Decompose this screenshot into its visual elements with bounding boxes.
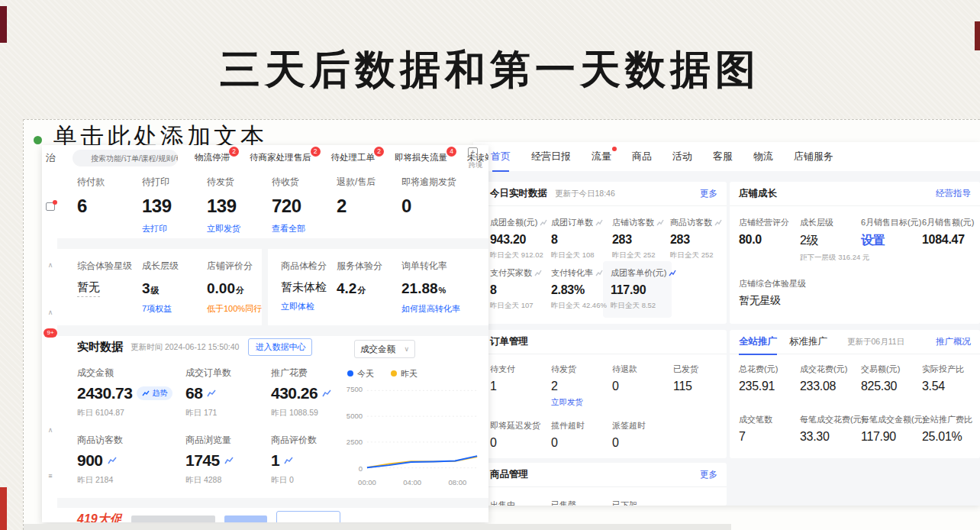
metric-label-text: 成团客单价(元) <box>611 267 666 279</box>
tab-service[interactable]: 客服 <box>713 150 733 163</box>
sidebar-rail-icon[interactable] <box>42 200 59 214</box>
set-target-link[interactable]: 设置 <box>861 233 930 249</box>
stat-label: 待收货 <box>272 176 337 189</box>
trend-chart-icon[interactable] <box>714 219 722 226</box>
metric-label-text: 商品访客数 <box>670 217 712 228</box>
stat-number: 0.00 <box>207 280 235 296</box>
tab-traffic[interactable]: 流量 <box>592 150 611 163</box>
trend-badge-label: 趋势 <box>152 388 167 399</box>
metric-sub: 昨日 2184 <box>77 475 180 486</box>
cross-border-label[interactable]: 跨境 <box>469 160 482 170</box>
stat-refund: 退款/售后 2 <box>337 176 401 234</box>
trend-chart-icon[interactable] <box>540 219 547 226</box>
metric-label: 支付转化率 <box>551 267 612 279</box>
trend-chart-icon[interactable] <box>534 270 542 276</box>
promo-button-clipped[interactable] <box>276 511 340 522</box>
tab-daily-report[interactable]: 经营日报 <box>531 150 571 163</box>
trend-chart-icon[interactable] <box>224 457 234 464</box>
trend-chart-icon-active[interactable] <box>669 270 676 276</box>
metric-label: 交易额(元) <box>861 364 922 375</box>
go-print-link[interactable]: 去打印 <box>142 223 207 234</box>
metric-value: 430.26 <box>271 384 318 402</box>
metric-label-text: 支付买家数 <box>490 267 532 279</box>
plus-icon[interactable]: + <box>468 147 478 157</box>
metric-value: 283 <box>670 233 731 247</box>
metric-group-total-cost: 总花费(元) 235.91 <box>739 364 800 393</box>
rights-link[interactable]: 7项权益 <box>142 303 207 315</box>
rail-notification-dot <box>53 200 57 205</box>
metric-group-shipped: 已发货 115 <box>673 364 734 393</box>
metric-sub: 昨日 6104.87 <box>77 408 180 419</box>
tab-logistics[interactable]: 物流 <box>753 150 773 163</box>
metric-label: 出售中 <box>490 499 551 506</box>
trend-chart-icon[interactable] <box>207 389 216 397</box>
metric-label: 商品访客数 <box>77 434 180 447</box>
metric-value: 68 <box>185 384 202 402</box>
tab-sitewide-promotion[interactable]: 全站推广 <box>739 335 777 348</box>
tab-standard-promotion[interactable]: 标准推广 <box>789 335 827 348</box>
metric-label-text: 店铺访客数 <box>612 217 654 228</box>
metric-group-to-refund: 待退款 0 <box>612 364 673 393</box>
tab-shop-service[interactable]: 店铺服务 <box>794 150 833 163</box>
promo-link-clipped[interactable] <box>224 515 267 522</box>
goods-more-link[interactable]: 更多 <box>700 469 717 480</box>
metric-value: 33.30 <box>800 430 861 444</box>
quicklink-tickets[interactable]: 待处理工单2 <box>331 152 376 163</box>
today-more-link[interactable]: 更多 <box>700 188 717 199</box>
chart-metric-select[interactable]: 成交金额 ∨ <box>354 340 415 358</box>
business-guide-link[interactable]: 经营指导 <box>936 188 971 199</box>
metric-label: 店铺访客数 <box>612 217 673 228</box>
check-now-link[interactable]: 立即体检 <box>281 301 337 312</box>
view-all-link[interactable]: 查看全部 <box>272 223 337 234</box>
metric-label: 总花费(元) <box>739 364 800 375</box>
metric-label-text: 成团金额(元) <box>490 217 537 228</box>
trend-chart-icon[interactable] <box>656 219 664 226</box>
legend-dot-yesterday <box>391 370 397 376</box>
metric-label: 全站推广费比 <box>922 414 980 425</box>
metric-value: 1 <box>490 380 551 393</box>
stat-label: 待发货 <box>207 176 272 189</box>
tab-home[interactable]: 首页 <box>491 150 511 163</box>
tab-activity[interactable]: 活动 <box>672 150 692 163</box>
quicklink-traffic-loss[interactable]: 即将损失流量4 <box>395 152 447 163</box>
quicklink-logistics-stalled[interactable]: 物流停滞2 <box>195 152 230 163</box>
promotion-overview-link[interactable]: 推广概况 <box>936 336 971 347</box>
stat-label: 待付款 <box>77 176 142 189</box>
stat-value: 720 <box>272 196 337 217</box>
metric-label: 6月销售目标(元) <box>861 217 930 228</box>
trend-chart-icon[interactable] <box>595 219 603 226</box>
stat-goods-check: 商品体检分 暂未体检 立即体检 <box>272 260 337 315</box>
collapse-chevron-icon[interactable]: ∧ <box>42 261 59 269</box>
trend-chart-icon[interactable] <box>108 457 117 464</box>
trend-badge[interactable]: 趋势 <box>137 386 172 400</box>
collapse-chevron-icon[interactable]: ∧ <box>42 309 59 316</box>
quicklink-label: 待商家处理售后 <box>250 153 311 162</box>
badge-count: 4 <box>446 147 456 157</box>
quicklink-aftersales[interactable]: 待商家处理售后2 <box>250 152 311 163</box>
y-axis-tick: 7500 <box>341 385 363 393</box>
metric-value: 1745 <box>185 451 220 470</box>
improve-conversion-link[interactable]: 如何提高转化率 <box>401 303 474 315</box>
collapse-chevron-icon[interactable]: ∧ <box>42 426 59 434</box>
metric-sub: 昨日全天 252 <box>670 250 731 260</box>
rail-mini-icon[interactable]: ≡ <box>42 472 59 480</box>
ship-now-link[interactable]: 立即发货 <box>207 223 272 234</box>
search-input[interactable] <box>73 150 178 166</box>
metric-sub: 昨日全天 107 <box>490 301 551 311</box>
badge-count: 2 <box>311 147 321 157</box>
ship-now-link[interactable]: 立即发货 <box>551 397 612 408</box>
shop-quality-row: 综合体验星级 暂无 成长层级 3级 7项权益 店铺评价分 0.00分 低于100… <box>77 260 474 315</box>
metric-value: 233.08 <box>800 380 861 393</box>
trend-chart-icon[interactable] <box>284 457 293 464</box>
metric-value: 0 <box>612 380 673 393</box>
trend-chart-icon[interactable] <box>595 270 603 276</box>
legend-today[interactable]: 今天 <box>347 368 374 380</box>
data-center-button[interactable]: 进入数据中心 <box>248 338 312 356</box>
quicklink-label: 待处理工单 <box>331 153 376 162</box>
realtime-header: 实时数据 更新时间 2024-06-12 15:50:40 进入数据中心 <box>77 338 312 356</box>
stat-to-print: 待打印 139 去打印 <box>142 176 207 234</box>
legend-yesterday[interactable]: 昨天 <box>391 368 417 380</box>
order-management-card: 订单管理 待支付 1 待发货 2 立即发货 待退款 0 已发货 115 即将延迟… <box>481 330 727 458</box>
trend-chart-icon[interactable] <box>322 389 331 397</box>
tab-goods[interactable]: 商品 <box>632 150 652 163</box>
